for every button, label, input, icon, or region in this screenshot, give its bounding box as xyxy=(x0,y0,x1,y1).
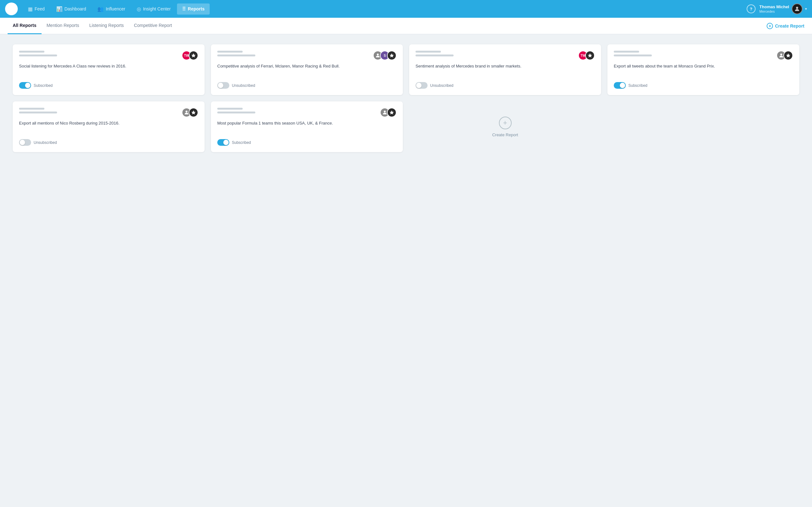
help-button[interactable]: ? xyxy=(747,4,756,13)
card-avatars xyxy=(776,51,793,60)
create-card-plus-icon: + xyxy=(499,117,512,129)
avatar-1 xyxy=(783,51,793,60)
nav-feed-label: Feed xyxy=(35,6,45,11)
avatar-1 xyxy=(585,51,595,60)
avatar-1 xyxy=(387,108,397,117)
avatar xyxy=(792,3,803,14)
card-line-2 xyxy=(415,55,454,56)
avatar-1 xyxy=(189,108,198,117)
tab-mention-reports[interactable]: Mention Reports xyxy=(42,18,84,34)
svg-marker-0 xyxy=(8,6,14,12)
card-title: Export all tweets about the team at Mona… xyxy=(614,63,793,78)
card-title: Competitive analysis of Ferrari, Mclaren… xyxy=(217,63,397,78)
card-line-1 xyxy=(217,108,243,110)
svg-marker-9 xyxy=(191,110,195,114)
subscription-status: Unsubscribed xyxy=(34,140,57,145)
card-avatars xyxy=(380,108,397,117)
nav-influencer[interactable]: 👥 Influencer xyxy=(92,3,130,14)
nav-insight-label: Insight Center xyxy=(143,6,171,11)
tab-items: All Reports Mention Reports Listening Re… xyxy=(8,18,767,34)
tabs-bar: All Reports Mention Reports Listening Re… xyxy=(0,18,812,34)
card-header: TW xyxy=(415,51,595,60)
card-line-2 xyxy=(614,55,652,56)
reports-icon: ⠿ xyxy=(182,6,186,12)
insight-icon: ◎ xyxy=(137,6,141,12)
card-title: Sentiment analysis of Mercedes brand in … xyxy=(415,63,595,78)
plus-circle-icon: + xyxy=(767,23,773,29)
report-card-3[interactable]: TWSentiment analysis of Mercedes brand i… xyxy=(409,44,601,95)
card-header xyxy=(614,51,793,60)
subscription-toggle[interactable] xyxy=(614,82,626,89)
nav-feed[interactable]: ▦ Feed xyxy=(23,3,50,14)
navbar: ▦ Feed 📊 Dashboard 👥 Influencer ◎ Insigh… xyxy=(0,0,812,18)
card-avatars: TW xyxy=(578,51,595,60)
influencer-icon: 👥 xyxy=(97,6,104,12)
card-lines xyxy=(614,51,652,56)
card-footer: Unsubscribed xyxy=(19,139,198,146)
create-report-button[interactable]: + Create Report xyxy=(767,23,804,29)
card-header: S xyxy=(217,51,397,60)
card-avatars: TW xyxy=(182,51,198,60)
card-lines xyxy=(19,51,57,56)
avatar-2 xyxy=(387,51,397,60)
card-header xyxy=(217,108,397,117)
card-title: Export all mentions of Nico Rosberg duri… xyxy=(19,120,198,135)
subscription-toggle[interactable] xyxy=(217,139,229,146)
nav-dashboard-label: Dashboard xyxy=(64,6,86,11)
subscription-toggle[interactable] xyxy=(19,82,31,89)
report-card-4[interactable]: Export all tweets about the team at Mona… xyxy=(607,44,799,95)
user-name: Thomas Michel xyxy=(759,4,789,9)
subscription-toggle[interactable] xyxy=(19,139,31,146)
subscription-status: Unsubscribed xyxy=(232,83,255,88)
dashboard-icon: 📊 xyxy=(56,6,62,12)
card-footer: Subscribed xyxy=(614,82,793,89)
user-menu[interactable]: Thomas Michel Mercedes ▾ xyxy=(759,3,807,14)
tab-competitive-report[interactable]: Competitive Report xyxy=(129,18,177,34)
svg-marker-2 xyxy=(191,53,195,57)
svg-marker-4 xyxy=(390,53,394,57)
card-lines xyxy=(415,51,454,56)
svg-marker-5 xyxy=(588,53,592,57)
card-lines xyxy=(217,51,255,56)
svg-point-8 xyxy=(186,111,188,112)
card-line-2 xyxy=(19,55,57,56)
feed-icon: ▦ xyxy=(28,6,33,12)
nav-reports-label: Reports xyxy=(188,6,205,11)
card-footer: Subscribed xyxy=(217,139,397,146)
create-card-label: Create Report xyxy=(492,132,518,137)
main-content: TWSocial listening for Mercedes A Class … xyxy=(0,34,812,162)
card-line-2 xyxy=(217,112,255,113)
tab-listening-reports[interactable]: Listening Reports xyxy=(84,18,129,34)
nav-insight-center[interactable]: ◎ Insight Center xyxy=(132,3,176,14)
nav-reports[interactable]: ⠿ Reports xyxy=(177,3,210,14)
card-header: TW xyxy=(19,51,198,60)
card-line-2 xyxy=(19,112,57,113)
svg-point-6 xyxy=(780,54,782,55)
card-header xyxy=(19,108,198,117)
report-card-1[interactable]: TWSocial listening for Mercedes A Class … xyxy=(13,44,205,95)
svg-point-10 xyxy=(384,111,386,112)
card-footer: Unsubscribed xyxy=(415,82,595,89)
nav-dashboard[interactable]: 📊 Dashboard xyxy=(51,3,91,14)
avatar-1 xyxy=(189,51,198,60)
subscription-status: Subscribed xyxy=(232,140,251,145)
subscription-status: Subscribed xyxy=(628,83,647,88)
card-avatars: S xyxy=(373,51,397,60)
card-line-1 xyxy=(614,51,639,53)
svg-marker-11 xyxy=(390,110,394,114)
card-line-1 xyxy=(19,51,44,53)
create-report-card[interactable]: + Create Report xyxy=(409,101,601,152)
svg-point-3 xyxy=(377,54,379,55)
nav-right: ? Thomas Michel Mercedes ▾ xyxy=(747,3,807,14)
user-subtitle: Mercedes xyxy=(759,9,789,13)
report-card-2[interactable]: SCompetitive analysis of Ferrari, Mclare… xyxy=(211,44,403,95)
tab-all-reports[interactable]: All Reports xyxy=(8,18,42,34)
app-logo[interactable] xyxy=(5,3,18,15)
report-card-6[interactable]: Most popular Formula 1 teams this season… xyxy=(211,101,403,152)
subscription-toggle[interactable] xyxy=(415,82,427,89)
card-line-1 xyxy=(415,51,441,53)
card-footer: Unsubscribed xyxy=(217,82,397,89)
subscription-toggle[interactable] xyxy=(217,82,229,89)
card-line-1 xyxy=(217,51,243,53)
report-card-5[interactable]: Export all mentions of Nico Rosberg duri… xyxy=(13,101,205,152)
